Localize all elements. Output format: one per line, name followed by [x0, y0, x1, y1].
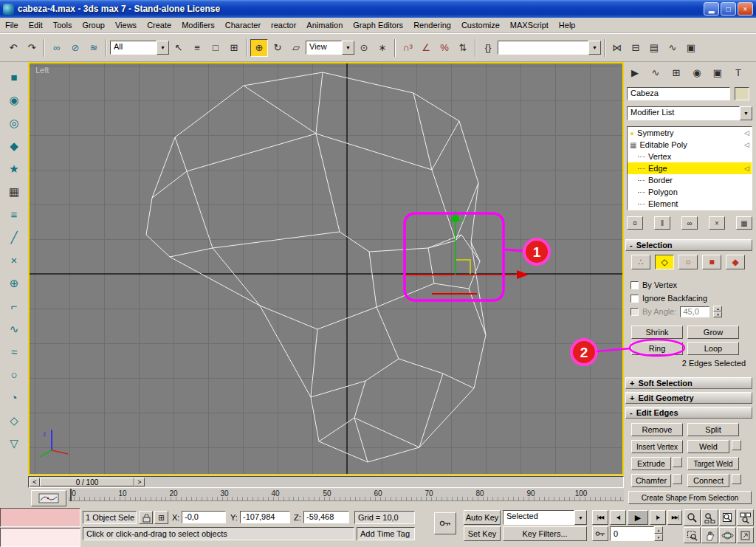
polygon-subobject-button[interactable]: ■ — [702, 255, 721, 269]
select-and-rotate-button[interactable]: ↻ — [269, 39, 286, 57]
menu-animation[interactable]: Animation — [301, 18, 348, 32]
select-and-manipulate-button[interactable]: ∗ — [374, 39, 391, 57]
reactor-tool-button[interactable]: ◇ — [4, 411, 24, 430]
menu-create[interactable]: Create — [142, 18, 176, 32]
redo-button[interactable]: ↷ — [23, 39, 41, 57]
menu-modifiers[interactable]: Modifiers — [176, 18, 220, 32]
keyboard-shortcut-override-button[interactable] — [434, 512, 456, 534]
border-subobject-button[interactable]: ○ — [678, 255, 698, 269]
extrude-settings-button[interactable] — [673, 457, 682, 467]
menu-rendering[interactable]: Rendering — [408, 18, 456, 32]
reactor-tool-button[interactable]: ≈ — [4, 343, 24, 361]
time-slider-prev-arrow[interactable]: < — [30, 478, 40, 486]
next-frame-button[interactable]: |▶ — [650, 510, 666, 525]
vertex-subobject-button[interactable]: ∴ — [631, 255, 650, 269]
play-button[interactable]: ▶ — [628, 510, 648, 525]
maxscript-listener[interactable] — [0, 528, 80, 547]
remove-button[interactable]: Remove — [631, 423, 683, 436]
add-time-tag[interactable]: Add Time Tag — [357, 527, 415, 540]
ring-button[interactable]: Ring — [631, 342, 683, 355]
chevron-down-icon[interactable]: ▼ — [574, 510, 587, 525]
grow-button[interactable]: Grow — [687, 326, 739, 339]
menu-reactor[interactable]: reactor — [266, 18, 301, 32]
loop-button[interactable]: Loop — [687, 342, 739, 355]
window-crossing-button[interactable]: ⊞ — [225, 39, 243, 57]
align-button[interactable]: ⊟ — [627, 39, 645, 57]
modifier-toggle-icon[interactable]: ◁ — [744, 141, 749, 148]
unlink-button[interactable]: ⊘ — [66, 39, 84, 57]
chamfer-button[interactable]: Chamfer — [631, 474, 671, 487]
pan-button[interactable] — [701, 527, 718, 543]
reactor-tool-button[interactable]: ▽ — [4, 434, 24, 453]
make-unique-button[interactable]: ∞ — [681, 216, 698, 230]
frame-spinner[interactable]: ▴▾ — [654, 526, 663, 541]
reference-coordinate-combo[interactable]: View ▼ — [306, 41, 354, 55]
select-and-link-button[interactable]: ∞ — [48, 39, 66, 57]
select-and-move-button[interactable]: ⊕ — [250, 39, 268, 57]
rollout-selection[interactable]: - Selection — [625, 239, 752, 251]
spinner-snap-button[interactable]: ⇅ — [454, 39, 472, 57]
weld-button[interactable]: Weld — [687, 440, 729, 453]
gizmo-y-arrow-icon[interactable] — [451, 210, 460, 221]
spinner-up-icon[interactable]: ▴ — [713, 306, 722, 312]
pin-stack-button[interactable]: ¤ — [627, 216, 643, 230]
min-max-toggle-button[interactable] — [737, 527, 754, 543]
auto-key-button[interactable]: Auto Key — [464, 510, 501, 525]
insert-vertex-button[interactable]: Insert Vertex — [631, 440, 683, 453]
go-to-end-button[interactable]: ▶▶| — [667, 510, 682, 525]
chevron-down-icon[interactable]: ▼ — [740, 106, 752, 120]
zoom-extents-button[interactable] — [719, 509, 736, 526]
menu-views[interactable]: Views — [110, 18, 142, 32]
by-angle-spinner[interactable]: ▴▾ — [713, 306, 722, 317]
curve-editor-button[interactable]: ∿ — [664, 39, 681, 57]
select-object-button[interactable]: ↖ — [170, 39, 188, 57]
restore-button[interactable]: □ — [721, 2, 736, 16]
by-angle-field[interactable]: 45,0 — [680, 306, 709, 317]
tab-display[interactable]: ▣ — [709, 65, 726, 80]
move-gizmo[interactable]: y — [451, 210, 529, 279]
time-slider-thumb[interactable]: 0 / 100 — [40, 478, 134, 486]
undo-button[interactable]: ↶ — [4, 39, 22, 57]
percent-snap-button[interactable]: % — [436, 39, 453, 57]
reactor-tool-button[interactable]: ○ — [4, 365, 24, 384]
track-bar[interactable]: 0 10 20 30 40 50 60 70 80 90 100 — [69, 489, 624, 501]
menu-help[interactable]: Help — [554, 18, 581, 32]
tab-utilities[interactable]: T — [729, 65, 747, 80]
gizmo-plane-handle[interactable] — [456, 260, 470, 275]
extrude-button[interactable]: Extrude — [631, 457, 671, 470]
by-vertex-checkbox[interactable] — [630, 281, 639, 289]
time-slider-track[interactable]: < 0 / 100 > — [28, 476, 624, 488]
reactor-tool-button[interactable]: ◔ — [4, 388, 24, 407]
modifier-toggle-icon[interactable]: ◁ — [744, 165, 749, 172]
current-frame-field[interactable]: 0 — [610, 526, 654, 541]
gizmo-x-arrow-icon[interactable] — [517, 270, 529, 279]
chevron-down-icon[interactable]: ▼ — [157, 41, 169, 55]
chevron-down-icon[interactable]: ▼ — [588, 41, 601, 55]
reactor-tool-button[interactable]: ⊕ — [4, 274, 24, 292]
zoom-all-button[interactable] — [701, 509, 718, 526]
absolute-offset-toggle-button[interactable]: ⊞ — [154, 511, 168, 524]
time-slider-next-arrow[interactable]: > — [134, 478, 145, 486]
selection-set-combo[interactable]: Selected ▼ — [503, 510, 587, 525]
schematic-view-button[interactable]: ▣ — [682, 39, 700, 57]
menu-character[interactable]: Character — [220, 18, 266, 32]
edit-named-selection-sets-button[interactable]: {} — [479, 39, 497, 57]
chevron-down-icon[interactable]: ▼ — [342, 41, 354, 55]
weld-settings-button[interactable] — [732, 440, 741, 450]
connect-button[interactable]: Connect — [687, 474, 729, 487]
viewport-left[interactable]: Left y — [28, 62, 624, 475]
by-angle-checkbox[interactable] — [630, 308, 639, 316]
remove-modifier-button[interactable]: × — [709, 216, 725, 230]
selection-filter-combo[interactable]: All ▼ — [110, 41, 169, 55]
modifier-toggle-icon[interactable]: ◁ — [744, 129, 749, 137]
minimize-button[interactable]: ▂ — [704, 2, 719, 16]
selection-lock-button[interactable] — [139, 511, 153, 524]
y-coordinate-field[interactable]: -107,984 — [240, 511, 290, 523]
object-color-swatch[interactable] — [735, 87, 749, 100]
connect-settings-button[interactable] — [732, 474, 741, 484]
arc-rotate-button[interactable] — [719, 527, 736, 543]
menu-graph-editors[interactable]: Graph Editors — [348, 18, 408, 32]
spinner-down-icon[interactable]: ▾ — [654, 534, 663, 541]
ignore-backfacing-checkbox[interactable] — [630, 295, 639, 303]
maxscript-macro-recorder[interactable] — [0, 508, 80, 527]
